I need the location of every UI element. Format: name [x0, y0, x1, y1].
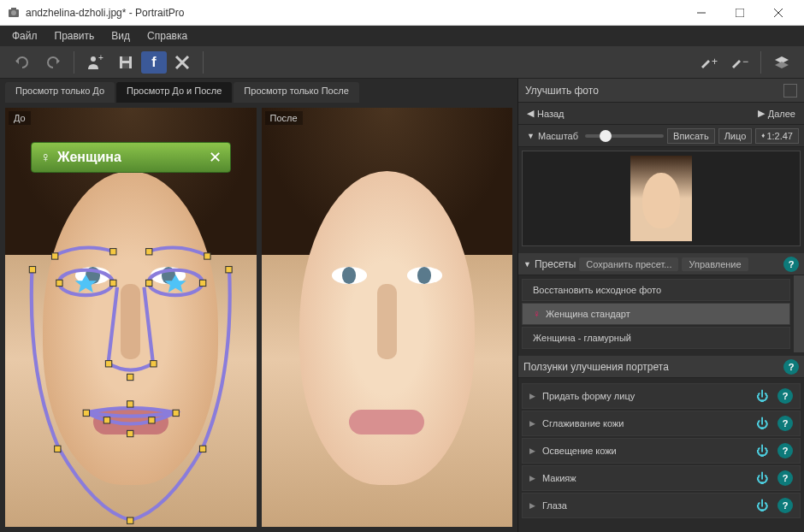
slider-skin-smoothing[interactable]: ▶ Сглаживание кожи ⏻ ?: [522, 411, 801, 436]
before-label: До: [9, 111, 31, 125]
svg-text:+: +: [712, 56, 718, 68]
minimize-button[interactable]: [682, 0, 720, 26]
back-button[interactable]: ◀Назад: [518, 105, 573, 121]
slider-label: Глаза: [542, 500, 747, 511]
menu-edit[interactable]: Править: [46, 27, 103, 44]
presets-scrollbar[interactable]: [794, 275, 804, 352]
chevron-left-icon: ◀: [527, 108, 534, 119]
power-icon[interactable]: ⏻: [754, 387, 771, 405]
triangle-right-icon: ▶: [529, 446, 535, 455]
zoom-row: ▼Масштаб Вписать Лицо ♦1:2.47: [518, 125, 804, 147]
navigator-thumbnail[interactable]: [522, 151, 801, 246]
sidebar-header: Улучшить фото: [518, 79, 804, 103]
slider-skin-lighting[interactable]: ▶ Освещение кожи ⏻ ?: [522, 438, 801, 464]
presets-list: Восстановить исходное фото ♀ Женщина ста…: [518, 275, 794, 352]
view-tabs: Просмотр только До Просмотр До и После П…: [0, 79, 517, 103]
tab-after-only[interactable]: Просмотр только После: [234, 82, 358, 103]
svg-rect-4: [736, 9, 744, 17]
help-icon[interactable]: ?: [783, 359, 799, 375]
help-icon[interactable]: ?: [783, 257, 799, 272]
sidebar: Улучшить фото ◀Назад ▶Далее ▼Масштаб Впи…: [517, 79, 804, 532]
zoom-face-button[interactable]: Лицо: [718, 128, 753, 144]
zoom-label: ▼Масштаб: [523, 131, 582, 141]
svg-text:−: −: [742, 56, 748, 68]
menu-view[interactable]: Вид: [103, 27, 139, 44]
sidebar-title: Улучшить фото: [525, 85, 599, 97]
slider-label: Сглаживание кожи: [542, 418, 747, 429]
maximize-button[interactable]: [720, 0, 759, 26]
menu-file[interactable]: Файл: [3, 27, 46, 44]
workspace: Просмотр только До Просмотр До и После П…: [0, 79, 517, 532]
slider-label: Придать форму лицу: [542, 391, 747, 401]
clear-button[interactable]: [167, 50, 198, 75]
preset-female-glamour[interactable]: Женщина - гламурный: [522, 327, 790, 349]
pin-icon[interactable]: [783, 84, 797, 98]
power-icon[interactable]: ⏻: [754, 442, 771, 459]
back-label: Назад: [537, 109, 565, 119]
toolbar: + f + −: [0, 46, 804, 79]
window-title: andzhelina-dzholi.jpg* - PortraitPro: [26, 7, 682, 19]
slider-face-shape[interactable]: ▶ Придать форму лицу ⏻ ?: [522, 383, 801, 409]
power-icon[interactable]: ⏻: [754, 497, 771, 514]
help-icon[interactable]: ?: [777, 416, 793, 431]
chevron-right-icon: ▶: [758, 108, 765, 119]
preset-label: Женщина стандарт: [546, 309, 630, 319]
triangle-down-icon: ▼: [523, 260, 531, 269]
brush-add-button[interactable]: +: [694, 50, 724, 75]
power-icon[interactable]: ⏻: [754, 415, 771, 432]
undo-button[interactable]: [7, 50, 38, 75]
help-icon[interactable]: ?: [777, 498, 793, 513]
gender-label: Женщина: [57, 150, 209, 165]
add-person-button[interactable]: +: [80, 50, 110, 75]
triangle-right-icon: ▶: [529, 501, 535, 510]
nav-row: ◀Назад ▶Далее: [518, 103, 804, 125]
redo-button[interactable]: [38, 50, 68, 75]
preset-restore-original[interactable]: Восстановить исходное фото: [522, 279, 790, 301]
save-preset-button[interactable]: Сохранить пресет...: [579, 257, 678, 271]
svg-point-9: [91, 56, 96, 62]
female-icon: ♀: [533, 308, 541, 320]
presets-header[interactable]: ▼ Пресеты Сохранить пресет... Управление…: [518, 253, 804, 275]
thumbnail-image: [630, 156, 692, 241]
gender-tag[interactable]: ♀ Женщина ✕: [31, 142, 231, 173]
before-panel[interactable]: До ♀ Женщина ✕: [5, 108, 257, 527]
slider-eyes[interactable]: ▶ Глаза ⏻ ?: [522, 493, 801, 518]
next-button[interactable]: ▶Далее: [749, 105, 804, 121]
female-icon: ♀: [40, 150, 50, 165]
help-icon[interactable]: ?: [777, 388, 793, 404]
after-image: [262, 108, 513, 527]
sliders-list: ▶ Придать форму лицу ⏻ ? ▶ Сглаживание к…: [518, 381, 804, 520]
gender-close-icon[interactable]: ✕: [209, 148, 222, 167]
after-panel[interactable]: После: [262, 108, 513, 527]
triangle-right-icon: ▶: [529, 392, 535, 400]
zoom-slider[interactable]: [585, 134, 664, 138]
after-label: После: [265, 111, 303, 125]
svg-rect-2: [11, 8, 16, 10]
brush-remove-button[interactable]: −: [724, 50, 755, 75]
power-icon[interactable]: ⏻: [754, 470, 771, 487]
window-controls: [682, 0, 797, 26]
help-icon[interactable]: ?: [777, 443, 793, 458]
titlebar: andzhelina-dzholi.jpg* - PortraitPro: [0, 0, 804, 26]
zoom-fit-button[interactable]: Вписать: [667, 128, 715, 144]
tab-before-after[interactable]: Просмотр До и После: [116, 82, 232, 103]
save-button[interactable]: [110, 50, 141, 75]
zoom-value[interactable]: ♦1:2.47: [755, 128, 799, 144]
triangle-right-icon: ▶: [529, 474, 535, 482]
triangle-down-icon: ▼: [527, 132, 535, 140]
help-icon[interactable]: ?: [777, 470, 793, 486]
slider-label: Макияж: [542, 473, 747, 483]
tab-before-only[interactable]: Просмотр только До: [5, 82, 115, 103]
svg-rect-13: [122, 63, 129, 68]
facebook-button[interactable]: f: [141, 51, 167, 74]
manage-presets-button[interactable]: Управление: [682, 257, 748, 271]
slider-makeup[interactable]: ▶ Макияж ⏻ ?: [522, 465, 801, 491]
preset-female-standard[interactable]: ♀ Женщина стандарт: [522, 303, 790, 325]
svg-point-1: [11, 10, 16, 15]
menu-help[interactable]: Справка: [139, 27, 196, 44]
close-button[interactable]: [759, 0, 797, 26]
svg-text:+: +: [98, 54, 103, 62]
zoom-thumb[interactable]: [600, 130, 612, 142]
layers-button[interactable]: [766, 50, 797, 75]
sliders-title: Ползунки улучшения портрета: [523, 361, 669, 373]
